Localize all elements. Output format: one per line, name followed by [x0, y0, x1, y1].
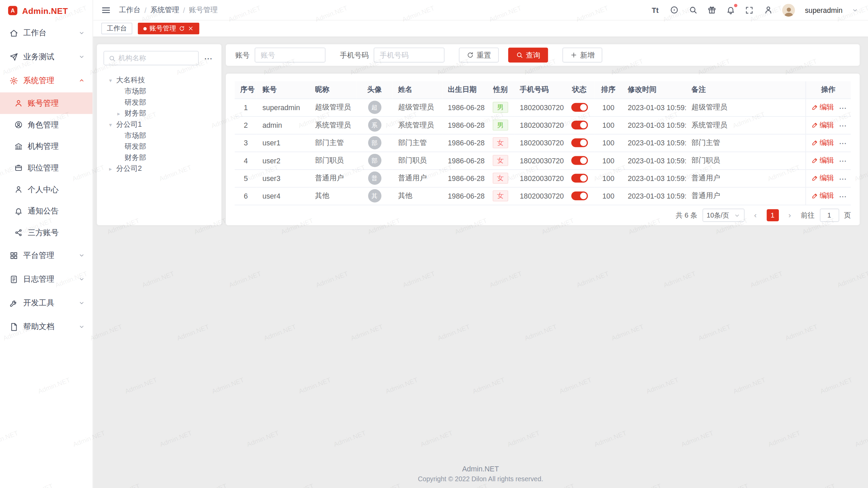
prev-page-button[interactable]: ‹ [749, 209, 762, 221]
username[interactable]: superadmin [805, 6, 843, 14]
more-actions-button[interactable]: ⋯ [839, 121, 847, 130]
status-toggle[interactable] [571, 191, 588, 200]
font-size-icon[interactable]: Tt [650, 5, 660, 15]
sidebar-item-dev-tools[interactable]: 开发工具 [0, 291, 93, 315]
add-button[interactable]: 新增 [563, 47, 603, 62]
edit-button[interactable]: 编辑 [811, 102, 834, 112]
cell-avatar: 普 [356, 169, 392, 187]
tree-node[interactable]: 研发部 [103, 97, 215, 108]
edit-button[interactable]: 编辑 [811, 191, 834, 201]
search-icon[interactable] [688, 5, 697, 15]
status-toggle[interactable] [571, 121, 588, 129]
sidebar-item-help-doc[interactable]: 帮助文档 [0, 315, 93, 339]
next-page-button[interactable]: › [784, 209, 796, 221]
caret-down-icon[interactable]: ▾ [109, 77, 116, 83]
tab-refresh-icon[interactable] [179, 25, 185, 32]
cell-status [564, 187, 595, 205]
sidebar-item-log-manage[interactable]: 日志管理 [0, 267, 93, 291]
org-more-button[interactable]: ⋯ [201, 52, 215, 65]
status-toggle[interactable] [571, 156, 588, 165]
search-button[interactable]: 查询 [508, 47, 548, 62]
avatar[interactable] [782, 4, 795, 17]
status-toggle[interactable] [571, 103, 588, 112]
edit-icon [811, 192, 818, 199]
edit-icon [811, 175, 818, 182]
sidebar-item-account-manage[interactable]: 账号管理 [0, 93, 93, 114]
caret-down-icon[interactable]: ▾ [109, 121, 116, 127]
column-header: 操作 [806, 81, 851, 99]
sidebar: A Admin.NET 工作台 业务测试 系统管理 账号管理 角色管理 [0, 0, 93, 488]
account-input[interactable] [255, 47, 326, 62]
column-header: 出生日期 [442, 81, 487, 99]
breadcrumb-separator: / [183, 6, 185, 14]
user-chevron-down-icon[interactable] [852, 7, 858, 13]
component-size-icon[interactable] [669, 5, 679, 15]
tree-node[interactable]: 市场部 [103, 86, 215, 97]
tree-node-label: 市场部 [124, 130, 146, 140]
profile-icon[interactable] [764, 5, 773, 15]
cell-birthdate: 1986-06-28 [442, 187, 487, 205]
breadcrumb-item-system[interactable]: 系统管理 [150, 5, 179, 15]
cell-nickname: 超级管理员 [310, 99, 357, 116]
phone-label: 手机号码 [340, 50, 369, 60]
cell-account: superadmin [257, 99, 310, 116]
gender-tag: 女 [493, 190, 508, 201]
sidebar-item-notice[interactable]: 通知公告 [0, 200, 93, 222]
refresh-icon [467, 52, 474, 59]
page-size-select[interactable]: 10条/页 [702, 209, 744, 222]
sidebar-item-personal-center[interactable]: 个人中心 [0, 179, 93, 200]
more-actions-button[interactable]: ⋯ [839, 157, 847, 165]
theme-icon[interactable] [707, 5, 716, 15]
tree-node[interactable]: 财务部 [103, 152, 215, 163]
cell-gender: 女 [487, 169, 514, 187]
edit-button[interactable]: 编辑 [811, 120, 834, 130]
more-actions-button[interactable]: ⋯ [839, 174, 847, 183]
cell-status [564, 151, 595, 169]
gender-tag: 男 [493, 119, 508, 130]
tab-workbench[interactable]: 工作台 [101, 23, 132, 34]
reset-button[interactable]: 重置 [459, 47, 499, 62]
sidebar-item-post-manage[interactable]: 职位管理 [0, 157, 93, 179]
goto-page-input[interactable] [820, 209, 839, 222]
tree-node[interactable]: 市场部 [103, 130, 215, 141]
logo[interactable]: A Admin.NET [0, 0, 93, 21]
sidebar-item-org-manage[interactable]: 机构管理 [0, 136, 93, 157]
pagination: 共 6 条 10条/页 ‹ 1 › 前往 页 [235, 205, 851, 225]
tab-account-manage[interactable]: 账号管理 [138, 23, 199, 34]
tree-node[interactable]: ▸ 分公司2 [103, 163, 215, 175]
more-actions-button[interactable]: ⋯ [839, 103, 847, 112]
phone-input[interactable] [374, 47, 445, 62]
edit-button[interactable]: 编辑 [811, 138, 834, 148]
sidebar-item-role-manage[interactable]: 角色管理 [0, 114, 93, 136]
sidebar-item-system-manage[interactable]: 系统管理 [0, 68, 93, 92]
notification-badge [734, 4, 737, 7]
cell-name: 部门职员 [393, 151, 442, 169]
hamburger-menu-icon[interactable] [101, 5, 111, 15]
tree-node[interactable]: 研发部 [103, 141, 215, 152]
tab-close-icon[interactable] [188, 25, 194, 32]
breadcrumb-item-workbench[interactable]: 工作台 [119, 5, 141, 15]
edit-button[interactable]: 编辑 [811, 173, 834, 183]
more-actions-button[interactable]: ⋯ [839, 139, 847, 148]
org-search-input[interactable] [118, 54, 194, 62]
sidebar-item-business-test[interactable]: 业务测试 [0, 45, 93, 68]
status-toggle[interactable] [571, 174, 588, 183]
tree-node[interactable]: ▾ 大名科技 [103, 75, 215, 86]
app-root: A Admin.NET 工作台 业务测试 系统管理 账号管理 角色管理 [0, 0, 868, 488]
active-tab-dot [143, 27, 147, 30]
caret-right-icon[interactable]: ▸ [117, 110, 124, 117]
tree-node[interactable]: ▸ 财务部 [103, 108, 215, 119]
fullscreen-icon[interactable] [745, 5, 754, 15]
current-page[interactable]: 1 [766, 209, 778, 221]
sidebar-item-third-account[interactable]: 三方账号 [0, 222, 93, 244]
sidebar-item-platform-manage[interactable]: 平台管理 [0, 243, 93, 267]
tree-node[interactable]: ▾ 分公司1 [103, 119, 215, 130]
tool-icon [9, 298, 18, 308]
notification-icon[interactable] [726, 5, 735, 15]
edit-button[interactable]: 编辑 [811, 156, 834, 165]
column-header: 姓名 [393, 81, 442, 99]
more-actions-button[interactable]: ⋯ [839, 192, 847, 201]
sidebar-item-workbench[interactable]: 工作台 [0, 21, 93, 45]
caret-right-icon[interactable]: ▸ [109, 166, 116, 172]
status-toggle[interactable] [571, 139, 588, 147]
